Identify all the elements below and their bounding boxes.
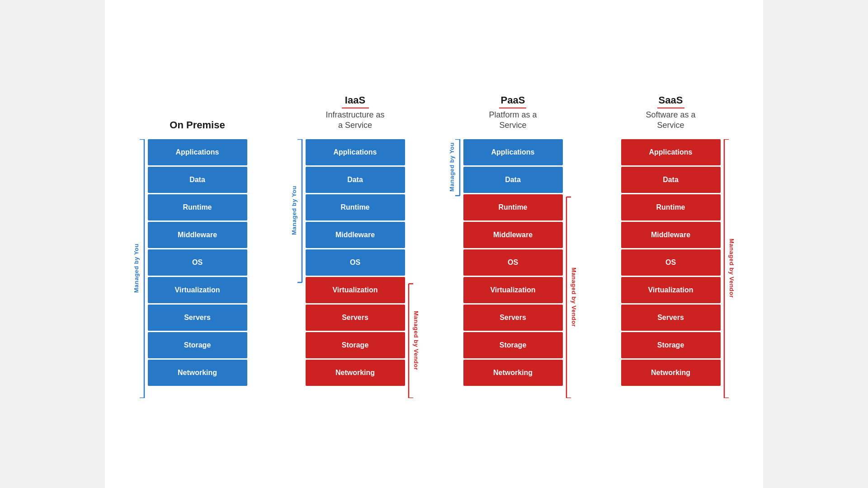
right-bracket-iaas: Managed by Vendor — [405, 139, 421, 398]
stack-on-premise: ApplicationsDataRuntimeMiddlewareOSVirtu… — [148, 139, 247, 398]
right-bracket-saas: Managed by Vendor — [721, 139, 737, 398]
sub-title-paas: Platform as aService — [489, 110, 537, 131]
column-paas: PaaSPlatform as aServiceManaged by YouAp… — [434, 90, 592, 398]
column-saas: SaaSSoftware as aServiceApplicationsData… — [592, 90, 750, 398]
layer-on-premise-storage: Storage — [148, 332, 247, 358]
left-bracket-paas: Managed by You — [447, 139, 463, 398]
stack-area-on-premise: Managed by YouApplicationsDataRuntimeMid… — [118, 139, 276, 398]
layer-saas-applications: Applications — [621, 139, 721, 165]
layer-paas-applications: Applications — [463, 139, 563, 165]
layer-saas-runtime: Runtime — [621, 194, 721, 221]
column-title-saas: SaaSSoftware as aService — [646, 90, 695, 131]
stack-area-paas: Managed by YouApplicationsDataRuntimeMid… — [434, 139, 592, 398]
main-title-iaas: IaaS — [345, 94, 365, 106]
layer-paas-storage: Storage — [463, 332, 563, 358]
layer-iaas-runtime: Runtime — [306, 194, 405, 221]
stack-area-iaas: Managed by YouApplicationsDataRuntimeMid… — [276, 139, 434, 398]
column-iaas: IaaSInfrastructure asa ServiceManaged by… — [276, 90, 434, 398]
layer-on-premise-runtime: Runtime — [148, 194, 247, 221]
layer-paas-servers: Servers — [463, 305, 563, 331]
layer-iaas-data: Data — [306, 167, 405, 193]
layer-iaas-applications: Applications — [306, 139, 405, 165]
layer-paas-virtualization: Virtualization — [463, 277, 563, 303]
layer-on-premise-os: OS — [148, 249, 247, 276]
layer-iaas-virtualization: Virtualization — [306, 277, 405, 303]
sub-title-saas: Software as aService — [646, 110, 695, 131]
stack-area-saas: ApplicationsDataRuntimeMiddlewareOSVirtu… — [592, 139, 750, 398]
left-bracket-label-on-premise: Managed by You — [133, 244, 140, 293]
left-bracket-label-paas: Managed by You — [448, 142, 455, 192]
right-bracket-label-paas: Managed by Vendor — [571, 267, 577, 327]
main-title-saas: SaaS — [659, 94, 683, 106]
layer-on-premise-servers: Servers — [148, 305, 247, 331]
layer-on-premise-applications: Applications — [148, 139, 247, 165]
stack-iaas: ApplicationsDataRuntimeMiddlewareOSVirtu… — [306, 139, 405, 398]
column-title-on-premise: On Premise — [170, 90, 225, 131]
layer-saas-virtualization: Virtualization — [621, 277, 721, 303]
layer-paas-middleware: Middleware — [463, 222, 563, 248]
right-bracket-label-iaas: Managed by Vendor — [413, 311, 420, 370]
layer-saas-servers: Servers — [621, 305, 721, 331]
left-bracket-on-premise: Managed by You — [132, 139, 148, 398]
layer-paas-networking: Networking — [463, 360, 563, 386]
stack-saas: ApplicationsDataRuntimeMiddlewareOSVirtu… — [621, 139, 721, 398]
layer-iaas-servers: Servers — [306, 305, 405, 331]
right-bracket-paas: Managed by Vendor — [563, 139, 579, 398]
column-title-paas: PaaSPlatform as aService — [489, 90, 537, 131]
layer-paas-os: OS — [463, 249, 563, 276]
layer-saas-networking: Networking — [621, 360, 721, 386]
layer-saas-os: OS — [621, 249, 721, 276]
column-title-iaas: IaaSInfrastructure asa Service — [326, 90, 384, 131]
layer-on-premise-virtualization: Virtualization — [148, 277, 247, 303]
layer-paas-data: Data — [463, 167, 563, 193]
left-bracket-label-iaas: Managed by You — [291, 186, 297, 235]
layer-saas-storage: Storage — [621, 332, 721, 358]
column-on-premise: On PremiseManaged by YouApplicationsData… — [118, 90, 276, 398]
main-title-paas: PaaS — [501, 94, 525, 106]
layer-on-premise-networking: Networking — [148, 360, 247, 386]
sub-title-iaas: Infrastructure asa Service — [326, 110, 384, 131]
right-bracket-label-saas: Managed by Vendor — [728, 239, 735, 298]
layer-iaas-middleware: Middleware — [306, 222, 405, 248]
layer-saas-data: Data — [621, 167, 721, 193]
layer-iaas-storage: Storage — [306, 332, 405, 358]
layer-saas-middleware: Middleware — [621, 222, 721, 248]
diagram: On PremiseManaged by YouApplicationsData… — [105, 0, 763, 488]
left-bracket-iaas: Managed by You — [289, 139, 306, 398]
layer-paas-runtime: Runtime — [463, 194, 563, 221]
layer-on-premise-data: Data — [148, 167, 247, 193]
layer-iaas-networking: Networking — [306, 360, 405, 386]
layer-iaas-os: OS — [306, 249, 405, 276]
stack-paas: ApplicationsDataRuntimeMiddlewareOSVirtu… — [463, 139, 563, 398]
layer-on-premise-middleware: Middleware — [148, 222, 247, 248]
main-title-on-premise: On Premise — [170, 119, 225, 131]
